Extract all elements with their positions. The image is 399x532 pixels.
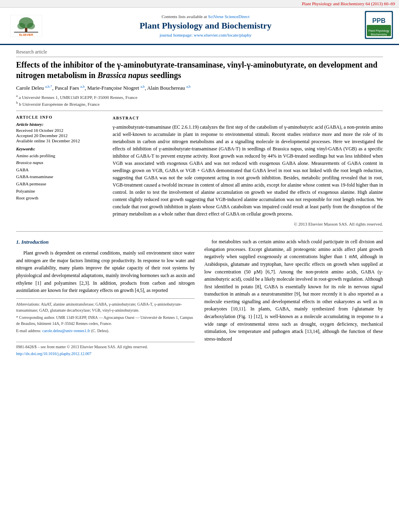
keyword-2: Brassica napus	[16, 159, 105, 166]
svg-point-2	[17, 23, 25, 29]
svg-text:PPB: PPB	[372, 17, 386, 24]
article-history: Article history: Received 16 October 201…	[16, 122, 105, 143]
journal-header: ELSEVIER Contents lists available at Sci…	[0, 8, 399, 45]
keywords-section: Keywords: Amino acids profiling Brassica…	[16, 146, 105, 202]
ppb-logo-area: PPB Plant Physiology Biochemistry	[363, 11, 395, 41]
available-date: Available online 31 December 2012	[16, 138, 105, 143]
abstract-column: ABSTRACT γ-aminobutyrate-transaminase (E…	[113, 115, 383, 228]
journal-ref-text: Plant Physiology and Biochemistry 64 (20…	[302, 1, 395, 6]
abstract-label: ABSTRACT	[113, 115, 383, 121]
intro-section-num: 1.	[16, 239, 20, 245]
elsevier-logo: ELSEVIER	[4, 15, 48, 37]
svg-point-3	[27, 23, 35, 29]
abstract-text: γ-aminobutyrate-transaminase (EC 2.6.1.1…	[113, 123, 383, 218]
issn-line: 0981-8428/$ – see front matter © 2013 El…	[16, 344, 195, 350]
affiliation-a: a a Université Rennes 1, UMR1349 IGEPP, …	[16, 94, 383, 100]
keyword-1: Amino acids profiling	[16, 152, 105, 160]
divider-1	[16, 111, 383, 111]
history-label: Article history:	[16, 122, 105, 127]
svg-rect-5	[14, 32, 38, 33]
article-type: Research article	[16, 49, 383, 57]
authors-line: Carole Deleu a,b,*, Pascal Faes a,b, Mar…	[16, 84, 383, 91]
affiliation-b: b b Université Européenne de Bretagne, F…	[16, 101, 383, 107]
article-info-column: ARTICLE INFO Article history: Received 1…	[16, 115, 105, 228]
body-left-column: 1. Introduction Plant growth is dependen…	[16, 238, 195, 358]
journal-title: Plant Physiology and Biochemistry	[48, 21, 363, 31]
keywords-list: Amino acids profiling Brassica napus GAB…	[16, 152, 105, 202]
elsevier-logo-area: ELSEVIER	[4, 15, 48, 37]
article-title: Effects of the inhibitor of the γ-aminob…	[16, 60, 383, 80]
intro-paragraph-2: for metabolites such as certain amino ac…	[204, 238, 383, 343]
email-footnote: E-mail address: carole.deleu@univ-rennes…	[16, 328, 195, 334]
sciverse-prefix: Contents lists available at	[162, 14, 208, 19]
affiliations: a a Université Rennes 1, UMR1349 IGEPP, …	[16, 94, 383, 106]
keywords-label: Keywords:	[16, 146, 105, 151]
email-link[interactable]: carole.deleu@univ-rennes1.fr	[42, 329, 90, 333]
abbreviations-footnote: Abbreviations: AlaAT, alanine aminotrans…	[16, 301, 195, 313]
keyword-5: GABA permease	[16, 181, 105, 188]
body-two-col: 1. Introduction Plant growth is dependen…	[16, 238, 383, 358]
corresponding-footnote: * Corresponding author. UMR 1349 IGEPP, …	[16, 314, 195, 327]
footnotes: Abbreviations: AlaAT, alanine aminotrans…	[16, 301, 195, 334]
intro-paragraph-1: Plant growth is dependent on external co…	[16, 249, 195, 294]
article-info-label: ARTICLE INFO	[16, 115, 105, 119]
body-section: 1. Introduction Plant growth is dependen…	[16, 238, 383, 358]
doi-line: http://dx.doi.org/10.1016/j.plaphy.2012.…	[16, 351, 195, 357]
intro-heading: 1. Introduction	[16, 238, 195, 246]
journal-homepage: journal homepage: www.elsevier.com/locat…	[48, 33, 363, 37]
sciverse-line: Contents lists available at SciVerse Sci…	[48, 14, 363, 19]
received-date: Received 16 October 2012	[16, 128, 105, 133]
page-footer: 0981-8428/$ – see front matter © 2013 El…	[16, 342, 195, 357]
accepted-date: Accepted 20 December 2012	[16, 133, 105, 138]
ppb-logo-icon: PPB Plant Physiology Biochemistry	[365, 11, 393, 39]
keyword-6: Polyamine	[16, 188, 105, 195]
intro-section-title: Introduction	[21, 239, 49, 245]
copyright: © 2013 Elsevier Masson SAS. All rights r…	[113, 221, 383, 228]
elsevier-tree-icon: ELSEVIER	[10, 15, 42, 37]
content-area: Research article Effects of the inhibito…	[0, 45, 399, 362]
keyword-4: GABA-transaminase	[16, 173, 105, 181]
sciverse-link[interactable]: SciVerse ScienceDirect	[208, 14, 249, 19]
svg-text:ELSEVIER: ELSEVIER	[19, 33, 33, 36]
body-right-column: for metabolites such as certain amino ac…	[204, 238, 383, 358]
keyword-3: GABA	[16, 166, 105, 174]
info-abstract-section: ARTICLE INFO Article history: Received 1…	[16, 115, 383, 228]
svg-text:Plant Physiology: Plant Physiology	[368, 29, 389, 33]
journal-title-area: Contents lists available at SciVerse Sci…	[48, 14, 363, 37]
footnote-divider	[16, 298, 195, 299]
svg-text:Biochemistry: Biochemistry	[371, 33, 387, 36]
doi-link[interactable]: http://dx.doi.org/10.1016/j.plaphy.2012.…	[16, 351, 91, 356]
journal-reference-bar: Plant Physiology and Biochemistry 64 (20…	[0, 0, 399, 8]
keyword-7: Root growth	[16, 195, 105, 202]
divider-2	[16, 231, 383, 232]
